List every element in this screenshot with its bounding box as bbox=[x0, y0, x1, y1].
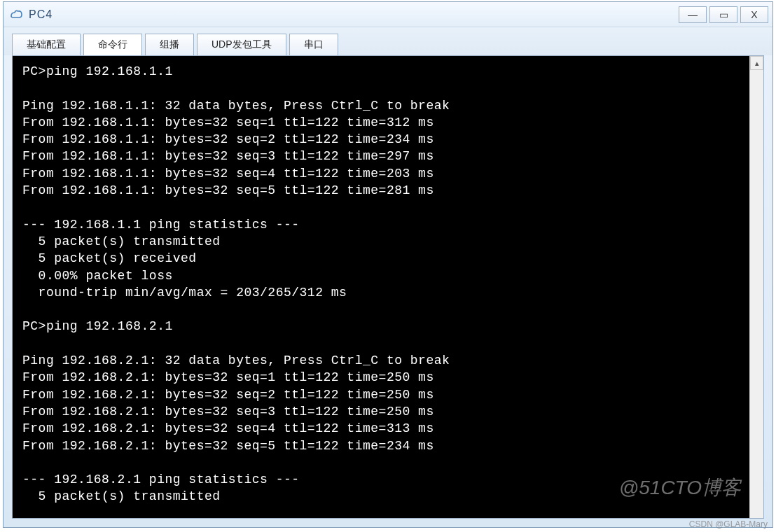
tab-basic-config[interactable]: 基础配置 bbox=[12, 34, 81, 56]
scroll-up-arrow-icon[interactable]: ▴ bbox=[750, 56, 763, 70]
vertical-scrollbar[interactable]: ▴ bbox=[749, 56, 763, 518]
window-title: PC4 bbox=[29, 8, 679, 21]
close-button[interactable]: X bbox=[740, 6, 768, 23]
app-icon bbox=[9, 8, 23, 22]
tab-command-line[interactable]: 命令行 bbox=[83, 34, 142, 56]
terminal-output[interactable]: PC>ping 192.168.1.1 Ping 192.168.1.1: 32… bbox=[13, 56, 749, 518]
tab-multicast[interactable]: 组播 bbox=[145, 34, 194, 56]
terminal-container: PC>ping 192.168.1.1 Ping 192.168.1.1: 32… bbox=[12, 55, 764, 519]
tab-serial-port[interactable]: 串口 bbox=[289, 34, 338, 56]
tab-row: 基础配置 命令行 组播 UDP发包工具 串口 bbox=[4, 27, 772, 55]
tab-udp-packet-tool[interactable]: UDP发包工具 bbox=[197, 34, 286, 56]
minimize-button[interactable]: — bbox=[679, 6, 707, 23]
app-window: PC4 — ▭ X 基础配置 命令行 组播 UDP发包工具 串口 PC>ping… bbox=[3, 1, 773, 528]
window-controls: — ▭ X bbox=[679, 6, 768, 23]
maximize-button[interactable]: ▭ bbox=[709, 6, 737, 23]
titlebar[interactable]: PC4 — ▭ X bbox=[4, 2, 772, 27]
